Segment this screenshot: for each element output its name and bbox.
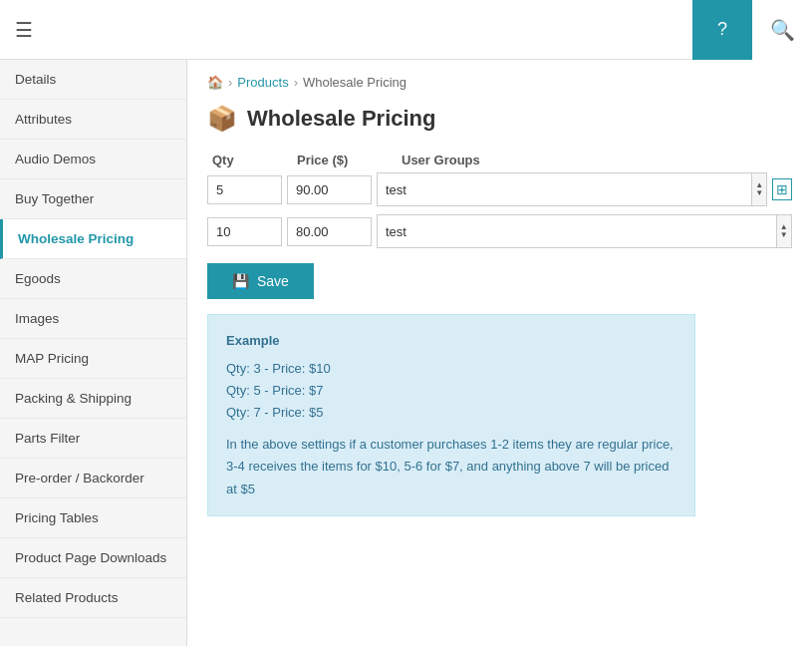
- user-group-value[interactable]: test: [377, 214, 777, 248]
- pricing-rows: test ▲ ▼ ⊞ test ▲ ▼: [207, 172, 792, 248]
- sidebar-item-attributes[interactable]: Attributes: [0, 100, 186, 140]
- table-row: test ▲ ▼: [207, 214, 792, 248]
- save-button-label: Save: [257, 273, 289, 289]
- sidebar-item-pre-order-backorder[interactable]: Pre-order / Backorder: [0, 459, 186, 498]
- arrow-down[interactable]: ▼: [780, 231, 788, 239]
- save-button[interactable]: 💾 Save: [207, 263, 314, 299]
- col-header-user-groups: User Groups: [402, 153, 787, 167]
- floppy-icon: 💾: [232, 273, 249, 289]
- scroll-arrows: ▲ ▼: [777, 214, 792, 248]
- sidebar-item-buy-together[interactable]: Buy Together: [0, 179, 186, 219]
- table-row: test ▲ ▼ ⊞: [207, 172, 792, 206]
- page-title-text: Wholesale Pricing: [247, 106, 436, 132]
- add-row-button[interactable]: ⊞: [772, 178, 792, 200]
- page-title: 📦 Wholesale Pricing: [207, 105, 792, 133]
- content-area: 🏠 › Products › Wholesale Pricing 📦 Whole…: [187, 60, 812, 646]
- sidebar-item-images[interactable]: Images: [0, 299, 186, 339]
- arrow-down[interactable]: ▼: [755, 189, 763, 197]
- topbar: ☰ ? 🔍: [0, 0, 812, 60]
- sidebar-item-packing-shipping[interactable]: Packing & Shipping: [0, 379, 186, 419]
- sidebar-item-map-pricing[interactable]: MAP Pricing: [0, 339, 186, 379]
- price-input[interactable]: [287, 217, 372, 246]
- sidebar-item-egoods[interactable]: Egoods: [0, 259, 186, 299]
- user-group-wrapper: test ▲ ▼ ⊞: [377, 172, 792, 206]
- breadcrumb-home-icon[interactable]: 🏠: [207, 75, 223, 90]
- col-header-price: Price ($): [297, 153, 387, 167]
- sidebar-item-product-page-downloads[interactable]: Product Page Downloads: [0, 538, 186, 578]
- breadcrumb: 🏠 › Products › Wholesale Pricing: [207, 75, 792, 90]
- qty-input[interactable]: [207, 217, 282, 246]
- example-box: Example Qty: 3 - Price: $10Qty: 5 - Pric…: [207, 314, 695, 516]
- qty-input[interactable]: [207, 175, 282, 204]
- breadcrumb-sep1: ›: [228, 75, 232, 90]
- example-line: Qty: 3 - Price: $10: [226, 358, 677, 380]
- page-title-icon: 📦: [207, 105, 237, 133]
- sidebar-item-audio-demos[interactable]: Audio Demos: [0, 140, 186, 179]
- sidebar: DetailsAttributesAudio DemosBuy Together…: [0, 60, 187, 646]
- scroll-arrows: ▲ ▼: [752, 172, 767, 206]
- sidebar-item-wholesale-pricing[interactable]: Wholesale Pricing: [0, 219, 186, 259]
- table-headers: Qty Price ($) User Groups: [207, 153, 792, 167]
- hamburger-icon[interactable]: ☰: [15, 18, 33, 42]
- example-title: Example: [226, 330, 677, 352]
- breadcrumb-sep2: ›: [294, 75, 298, 90]
- user-group-wrapper: test ▲ ▼: [377, 214, 792, 248]
- example-description: In the above settings if a customer purc…: [226, 434, 677, 499]
- sidebar-item-details[interactable]: Details: [0, 60, 186, 100]
- price-input[interactable]: [287, 175, 372, 204]
- search-button[interactable]: 🔍: [752, 0, 812, 60]
- help-button[interactable]: ?: [692, 0, 752, 60]
- breadcrumb-current: Wholesale Pricing: [303, 75, 406, 90]
- main-layout: DetailsAttributesAudio DemosBuy Together…: [0, 60, 812, 646]
- example-line: Qty: 7 - Price: $5: [226, 402, 677, 424]
- example-line: Qty: 5 - Price: $7: [226, 380, 677, 402]
- user-group-value[interactable]: test: [377, 172, 752, 206]
- col-header-qty: Qty: [212, 153, 292, 167]
- example-lines: Qty: 3 - Price: $10Qty: 5 - Price: $7Qty…: [226, 358, 677, 424]
- sidebar-item-related-products[interactable]: Related Products: [0, 578, 186, 618]
- sidebar-item-parts-filter[interactable]: Parts Filter: [0, 419, 186, 459]
- breadcrumb-products-link[interactable]: Products: [237, 75, 288, 90]
- sidebar-item-pricing-tables[interactable]: Pricing Tables: [0, 498, 186, 538]
